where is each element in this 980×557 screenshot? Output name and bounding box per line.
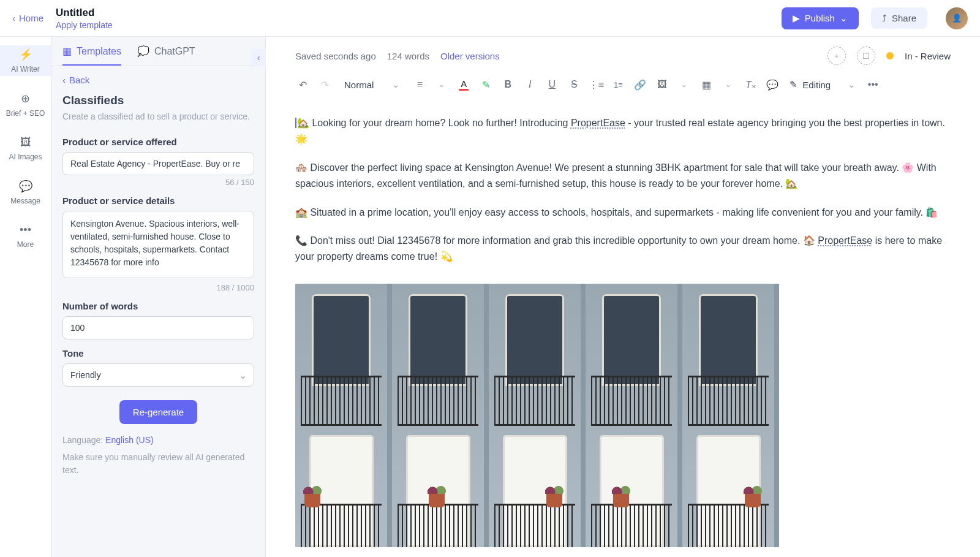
chat-bubble-icon: 💭	[137, 45, 149, 57]
editor-area: Saved seconds ago 124 words Older versio…	[266, 37, 980, 557]
person-plus-icon: +	[834, 51, 839, 61]
underline-icon: U	[549, 79, 556, 90]
bullet-list-button[interactable]: ⋮≡	[586, 75, 606, 94]
rail-message[interactable]: 💬 Message	[0, 177, 51, 208]
rail-label: Message	[10, 197, 40, 205]
chevron-left-icon: ‹	[62, 75, 66, 85]
tone-select[interactable]	[62, 363, 254, 387]
tab-chatgpt[interactable]: 💭 ChatGPT	[137, 45, 195, 66]
editing-mode-select[interactable]: ✎ Editing ⌄	[785, 79, 861, 90]
rail-ai-writer[interactable]: ⚡ AI Writer	[0, 45, 51, 76]
home-label: Home	[19, 13, 43, 23]
dots-icon: •••	[20, 224, 31, 237]
chat-icon: 💬	[19, 180, 32, 193]
publish-button[interactable]: ▶ Publish ⌄	[782, 7, 859, 29]
undo-icon: ↶	[299, 79, 307, 91]
content-image[interactable]	[295, 284, 779, 547]
redo-icon: ↷	[321, 79, 329, 91]
image-dropdown[interactable]: ⌄	[674, 75, 694, 94]
paragraph[interactable]: 📞 Don't miss out! Dial 12345678 for more…	[295, 233, 951, 265]
chevron-down-icon: ⌄	[840, 13, 848, 24]
image-icon: 🖼	[657, 79, 667, 90]
schedule-button[interactable]: ☐	[857, 47, 875, 65]
regenerate-button[interactable]: Re-generate	[119, 400, 197, 424]
font-color-button[interactable]: A	[454, 79, 473, 91]
dots-horizontal-icon: •••	[868, 79, 878, 90]
link-button[interactable]: 🔗	[630, 75, 650, 94]
collapse-panel-button[interactable]: ‹	[251, 49, 266, 66]
publish-label: Publish	[805, 13, 835, 23]
rail-label: Brief + SEO	[6, 109, 45, 118]
rail-ai-images[interactable]: 🖼 AI Images	[0, 134, 51, 164]
rail-label: AI Images	[9, 153, 42, 161]
play-icon: ▶	[793, 13, 800, 24]
language-line: Language: English (US)	[62, 435, 254, 445]
template-subtitle: Create a classified ad to sell a product…	[62, 111, 254, 123]
editor-content[interactable]: 🏡 Looking for your dream home? Look no f…	[266, 103, 980, 557]
tone-label: Tone	[62, 348, 254, 358]
more-toolbar-button[interactable]: •••	[863, 75, 883, 94]
editing-label: Editing	[802, 80, 831, 90]
numbered-list-button[interactable]: 1≡	[608, 75, 628, 94]
paragraph[interactable]: 🏘️ Discover the perfect living space at …	[295, 160, 951, 192]
add-collaborator-button[interactable]: +	[827, 47, 846, 65]
image-button[interactable]: 🖼	[652, 75, 672, 94]
bold-icon: B	[505, 79, 512, 90]
num-words-input[interactable]	[62, 316, 254, 339]
align-dropdown[interactable]: ⌄	[432, 75, 451, 94]
redo-button[interactable]: ↷	[315, 75, 334, 94]
strikethrough-button[interactable]: S	[564, 75, 584, 94]
italic-icon: I	[529, 79, 531, 90]
highlighter-icon: ✎	[482, 79, 490, 91]
undo-button[interactable]: ↶	[293, 75, 312, 94]
underline-button[interactable]: U	[542, 75, 562, 94]
table-dropdown[interactable]: ⌄	[718, 75, 738, 94]
clear-format-button[interactable]: Tₓ	[741, 75, 760, 94]
document-title[interactable]: Untitled	[56, 7, 113, 19]
table-button[interactable]: ▦	[696, 75, 716, 94]
upload-icon: ⤴	[882, 13, 887, 23]
rail-brief-seo[interactable]: ⊕ Brief + SEO	[0, 89, 51, 120]
pencil-icon: ✎	[790, 79, 797, 90]
brand-mention: PropertEase	[818, 235, 872, 246]
product-offered-label: Product or service offered	[62, 137, 254, 147]
strikethrough-icon: S	[571, 79, 578, 90]
rail-label: More	[17, 240, 34, 249]
back-label: Back	[69, 75, 89, 85]
editor-toolbar: ↶ ↷ Normal ⌄ ≡ ⌄ A ✎ B I U S ⋮≡ 1≡	[266, 70, 980, 103]
language-link[interactable]: English (US)	[105, 435, 154, 445]
word-count: 124 words	[387, 51, 429, 61]
product-details-input[interactable]: Kensington Avenue. Spacious interiors, w…	[62, 211, 254, 278]
bold-button[interactable]: B	[498, 75, 518, 94]
tab-label: ChatGPT	[154, 46, 195, 57]
share-button[interactable]: ⤴ Share	[871, 7, 927, 29]
template-title: Classifieds	[62, 94, 254, 107]
paragraph-style-select[interactable]: Normal ⌄	[337, 75, 407, 94]
chevron-down-icon: ⌄	[725, 80, 731, 89]
paragraph[interactable]: 🏡 Looking for your dream home? Look no f…	[295, 115, 951, 148]
rail-more[interactable]: ••• More	[0, 221, 51, 251]
back-link[interactable]: ‹ Back	[62, 75, 254, 85]
left-rail: ⚡ AI Writer ⊕ Brief + SEO 🖼 AI Images 💬 …	[0, 37, 51, 557]
tab-templates[interactable]: ▦ Templates	[62, 45, 121, 66]
library-icon: ▦	[62, 45, 72, 57]
templates-panel: ‹ ▦ Templates 💭 ChatGPT ‹ Back Classifie…	[51, 37, 266, 557]
italic-button[interactable]: I	[520, 75, 540, 94]
align-button[interactable]: ≡	[410, 75, 429, 94]
clear-format-icon: Tₓ	[745, 79, 756, 91]
num-words-label: Number of words	[62, 301, 254, 311]
paragraph[interactable]: 🏫 Situated in a prime location, you'll e…	[295, 205, 951, 221]
home-link[interactable]: ‹ Home	[12, 13, 43, 23]
apply-template-link[interactable]: Apply template	[56, 20, 113, 30]
chevron-down-icon: ⌄	[439, 80, 445, 89]
highlight-button[interactable]: ✎	[476, 75, 496, 94]
share-label: Share	[892, 13, 916, 23]
rail-label: AI Writer	[11, 65, 39, 74]
comment-icon: 💬	[766, 79, 778, 91]
review-status-text[interactable]: In - Review	[905, 51, 951, 61]
older-versions-link[interactable]: Older versions	[440, 51, 500, 61]
product-offered-input[interactable]	[62, 152, 254, 175]
comment-button[interactable]: 💬	[763, 75, 782, 94]
user-avatar[interactable]: 👤	[946, 7, 968, 29]
review-note: Make sure you manually review all AI gen…	[62, 451, 254, 477]
